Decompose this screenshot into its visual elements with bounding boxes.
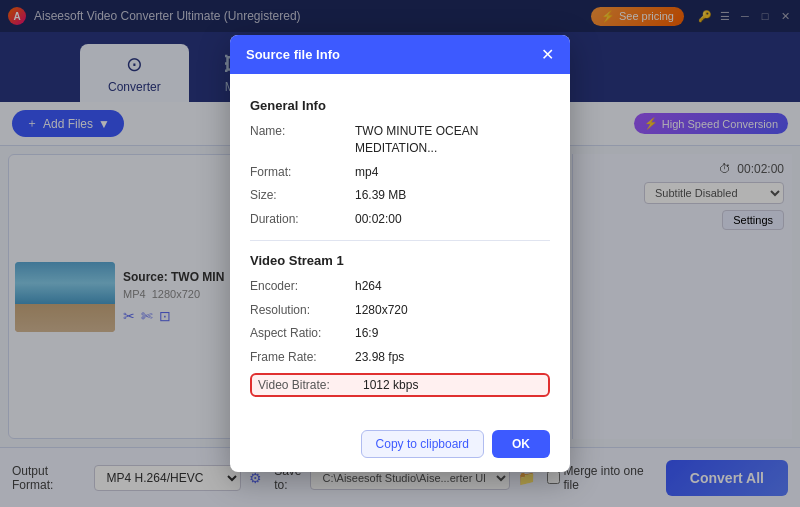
modal-overlay: Source file Info ✕ General Info Name: TW… (0, 0, 800, 507)
info-row-encoder: Encoder: h264 (250, 278, 550, 295)
bitrate-label: Video Bitrate: (258, 378, 363, 392)
copy-to-clipboard-button[interactable]: Copy to clipboard (361, 430, 484, 458)
info-row-duration: Duration: 00:02:00 (250, 211, 550, 228)
aspect-value: 16:9 (355, 325, 378, 342)
section-divider (250, 240, 550, 241)
aspect-label: Aspect Ratio: (250, 325, 355, 342)
info-row-resolution: Resolution: 1280x720 (250, 302, 550, 319)
format-value: mp4 (355, 164, 378, 181)
info-row-name: Name: TWO MINUTE OCEAN MEDITATION... (250, 123, 550, 157)
modal-footer: Copy to clipboard OK (230, 420, 570, 472)
info-row-framerate: Frame Rate: 23.98 fps (250, 349, 550, 366)
resolution-label: Resolution: (250, 302, 355, 319)
encoder-label: Encoder: (250, 278, 355, 295)
framerate-label: Frame Rate: (250, 349, 355, 366)
duration-label: Duration: (250, 211, 355, 228)
ok-button[interactable]: OK (492, 430, 550, 458)
framerate-value: 23.98 fps (355, 349, 404, 366)
duration-value: 00:02:00 (355, 211, 402, 228)
video-stream-title: Video Stream 1 (250, 253, 550, 268)
name-value: TWO MINUTE OCEAN MEDITATION... (355, 123, 550, 157)
format-label: Format: (250, 164, 355, 181)
bitrate-value: 1012 kbps (363, 378, 418, 392)
source-file-info-modal: Source file Info ✕ General Info Name: TW… (230, 35, 570, 472)
size-label: Size: (250, 187, 355, 204)
info-row-bitrate-highlighted: Video Bitrate: 1012 kbps (250, 373, 550, 397)
name-label: Name: (250, 123, 355, 157)
size-value: 16.39 MB (355, 187, 406, 204)
modal-title: Source file Info (246, 47, 340, 62)
modal-title-bar: Source file Info ✕ (230, 35, 570, 74)
modal-body: General Info Name: TWO MINUTE OCEAN MEDI… (230, 74, 570, 420)
encoder-value: h264 (355, 278, 382, 295)
info-row-format: Format: mp4 (250, 164, 550, 181)
general-info-title: General Info (250, 98, 550, 113)
modal-close-button[interactable]: ✕ (541, 45, 554, 64)
info-row-aspect: Aspect Ratio: 16:9 (250, 325, 550, 342)
resolution-value: 1280x720 (355, 302, 408, 319)
info-row-size: Size: 16.39 MB (250, 187, 550, 204)
